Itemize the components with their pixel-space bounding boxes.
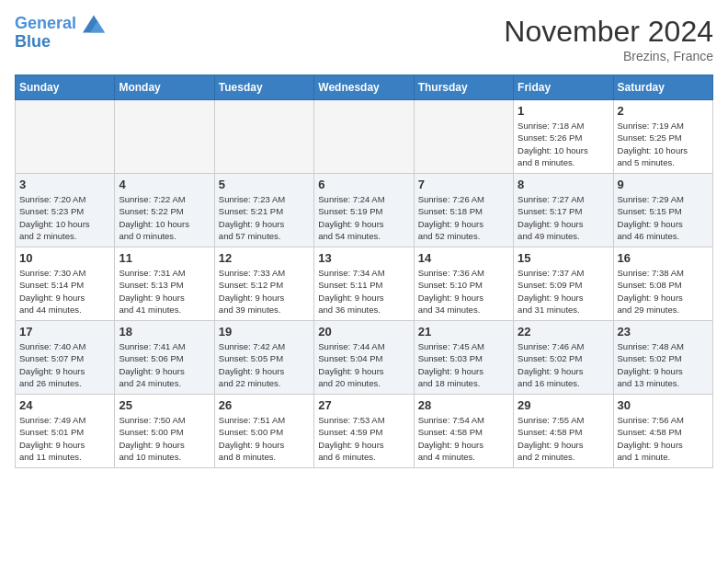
calendar-cell: 18Sunrise: 7:41 AM Sunset: 5:06 PM Dayli… — [115, 321, 214, 395]
day-number: 11 — [119, 251, 210, 265]
day-number: 12 — [219, 251, 310, 265]
day-number: 7 — [418, 178, 509, 191]
weekday-header-thursday: Thursday — [414, 75, 513, 100]
calendar-week-3: 10Sunrise: 7:30 AM Sunset: 5:14 PM Dayli… — [16, 247, 713, 321]
calendar-cell — [414, 100, 513, 174]
day-info: Sunrise: 7:54 AM Sunset: 4:58 PM Dayligh… — [418, 414, 509, 463]
day-number: 15 — [518, 251, 609, 265]
day-info: Sunrise: 7:24 AM Sunset: 5:19 PM Dayligh… — [318, 193, 409, 242]
day-info: Sunrise: 7:29 AM Sunset: 5:15 PM Dayligh… — [618, 193, 709, 242]
day-info: Sunrise: 7:48 AM Sunset: 5:02 PM Dayligh… — [618, 340, 709, 389]
calendar-cell: 4Sunrise: 7:22 AM Sunset: 5:22 PM Daylig… — [115, 174, 214, 247]
day-number: 6 — [318, 178, 409, 191]
calendar-cell: 21Sunrise: 7:45 AM Sunset: 5:03 PM Dayli… — [414, 321, 513, 395]
day-number: 30 — [618, 398, 709, 412]
day-info: Sunrise: 7:51 AM Sunset: 5:00 PM Dayligh… — [219, 414, 310, 463]
day-number: 17 — [19, 325, 110, 339]
calendar-cell: 23Sunrise: 7:48 AM Sunset: 5:02 PM Dayli… — [613, 321, 712, 395]
calendar-cell: 10Sunrise: 7:30 AM Sunset: 5:14 PM Dayli… — [16, 247, 115, 321]
day-number: 4 — [119, 178, 210, 191]
calendar-cell: 20Sunrise: 7:44 AM Sunset: 5:04 PM Dayli… — [314, 321, 414, 395]
calendar-cell: 13Sunrise: 7:34 AM Sunset: 5:11 PM Dayli… — [314, 247, 414, 321]
day-info: Sunrise: 7:19 AM Sunset: 5:25 PM Dayligh… — [618, 120, 709, 168]
calendar-cell: 16Sunrise: 7:38 AM Sunset: 5:08 PM Dayli… — [613, 247, 712, 321]
calendar-cell: 15Sunrise: 7:37 AM Sunset: 5:09 PM Dayli… — [514, 247, 613, 321]
calendar-cell: 9Sunrise: 7:29 AM Sunset: 5:15 PM Daylig… — [613, 174, 712, 247]
calendar-cell: 11Sunrise: 7:31 AM Sunset: 5:13 PM Dayli… — [115, 247, 214, 321]
calendar-cell: 3Sunrise: 7:20 AM Sunset: 5:23 PM Daylig… — [16, 174, 115, 247]
day-info: Sunrise: 7:30 AM Sunset: 5:14 PM Dayligh… — [19, 267, 110, 316]
day-number: 1 — [518, 104, 609, 118]
calendar-cell: 28Sunrise: 7:54 AM Sunset: 4:58 PM Dayli… — [414, 395, 513, 468]
calendar-table: SundayMondayTuesdayWednesdayThursdayFrid… — [15, 75, 713, 468]
calendar-cell: 1Sunrise: 7:18 AM Sunset: 5:26 PM Daylig… — [514, 100, 613, 174]
day-info: Sunrise: 7:38 AM Sunset: 5:08 PM Dayligh… — [618, 267, 709, 316]
day-number: 29 — [518, 398, 609, 412]
logo-text: General — [15, 15, 105, 33]
calendar-cell — [115, 100, 214, 174]
location: Brezins, France — [504, 49, 713, 63]
day-info: Sunrise: 7:53 AM Sunset: 4:59 PM Dayligh… — [318, 414, 409, 463]
calendar-cell: 29Sunrise: 7:55 AM Sunset: 4:58 PM Dayli… — [514, 395, 613, 468]
day-number: 16 — [618, 251, 709, 265]
day-info: Sunrise: 7:34 AM Sunset: 5:11 PM Dayligh… — [318, 267, 409, 316]
day-number: 25 — [119, 398, 210, 412]
title-area: November 2024 Brezins, France — [504, 15, 713, 63]
calendar-cell — [314, 100, 414, 174]
calendar-cell: 2Sunrise: 7:19 AM Sunset: 5:25 PM Daylig… — [613, 100, 712, 174]
day-info: Sunrise: 7:20 AM Sunset: 5:23 PM Dayligh… — [19, 193, 110, 242]
calendar-week-1: 1Sunrise: 7:18 AM Sunset: 5:26 PM Daylig… — [16, 100, 713, 174]
day-info: Sunrise: 7:41 AM Sunset: 5:06 PM Dayligh… — [119, 340, 210, 389]
day-number: 8 — [518, 178, 609, 191]
day-info: Sunrise: 7:49 AM Sunset: 5:01 PM Dayligh… — [19, 414, 110, 463]
logo-icon — [83, 15, 105, 33]
page-header: General Blue November 2024 Brezins, Fran… — [15, 15, 713, 63]
day-number: 9 — [618, 178, 709, 191]
calendar-cell: 30Sunrise: 7:56 AM Sunset: 4:58 PM Dayli… — [613, 395, 712, 468]
day-number: 2 — [618, 104, 709, 118]
day-number: 26 — [219, 398, 310, 412]
day-info: Sunrise: 7:55 AM Sunset: 4:58 PM Dayligh… — [518, 414, 609, 463]
calendar-cell: 5Sunrise: 7:23 AM Sunset: 5:21 PM Daylig… — [214, 174, 313, 247]
weekday-header-wednesday: Wednesday — [314, 75, 414, 100]
calendar-cell — [16, 100, 115, 174]
day-number: 20 — [318, 325, 409, 339]
day-number: 24 — [19, 398, 110, 412]
day-info: Sunrise: 7:26 AM Sunset: 5:18 PM Dayligh… — [418, 193, 509, 242]
day-number: 28 — [418, 398, 509, 412]
calendar-week-5: 24Sunrise: 7:49 AM Sunset: 5:01 PM Dayli… — [16, 395, 713, 468]
weekday-header-friday: Friday — [514, 75, 613, 100]
calendar-cell: 24Sunrise: 7:49 AM Sunset: 5:01 PM Dayli… — [16, 395, 115, 468]
day-info: Sunrise: 7:23 AM Sunset: 5:21 PM Dayligh… — [219, 193, 310, 242]
day-info: Sunrise: 7:27 AM Sunset: 5:17 PM Dayligh… — [518, 193, 609, 242]
weekday-header-monday: Monday — [115, 75, 214, 100]
day-number: 27 — [318, 398, 409, 412]
calendar-cell: 22Sunrise: 7:46 AM Sunset: 5:02 PM Dayli… — [514, 321, 613, 395]
day-info: Sunrise: 7:56 AM Sunset: 4:58 PM Dayligh… — [618, 414, 709, 463]
day-info: Sunrise: 7:45 AM Sunset: 5:03 PM Dayligh… — [418, 340, 509, 389]
calendar-week-2: 3Sunrise: 7:20 AM Sunset: 5:23 PM Daylig… — [16, 174, 713, 247]
day-info: Sunrise: 7:18 AM Sunset: 5:26 PM Dayligh… — [518, 120, 609, 168]
day-number: 14 — [418, 251, 509, 265]
month-title: November 2024 — [504, 15, 713, 49]
calendar-cell: 6Sunrise: 7:24 AM Sunset: 5:19 PM Daylig… — [314, 174, 414, 247]
day-info: Sunrise: 7:22 AM Sunset: 5:22 PM Dayligh… — [119, 193, 210, 242]
day-info: Sunrise: 7:42 AM Sunset: 5:05 PM Dayligh… — [219, 340, 310, 389]
day-number: 10 — [19, 251, 110, 265]
day-info: Sunrise: 7:33 AM Sunset: 5:12 PM Dayligh… — [219, 267, 310, 316]
day-info: Sunrise: 7:36 AM Sunset: 5:10 PM Dayligh… — [418, 267, 509, 316]
day-number: 13 — [318, 251, 409, 265]
weekday-header-saturday: Saturday — [613, 75, 712, 100]
logo-blue-text: Blue — [15, 33, 105, 52]
calendar-cell: 26Sunrise: 7:51 AM Sunset: 5:00 PM Dayli… — [214, 395, 313, 468]
day-info: Sunrise: 7:31 AM Sunset: 5:13 PM Dayligh… — [119, 267, 210, 316]
weekday-header-tuesday: Tuesday — [214, 75, 313, 100]
calendar-cell: 14Sunrise: 7:36 AM Sunset: 5:10 PM Dayli… — [414, 247, 513, 321]
weekday-header-sunday: Sunday — [16, 75, 115, 100]
day-number: 21 — [418, 325, 509, 339]
calendar-cell: 19Sunrise: 7:42 AM Sunset: 5:05 PM Dayli… — [214, 321, 313, 395]
day-info: Sunrise: 7:37 AM Sunset: 5:09 PM Dayligh… — [518, 267, 609, 316]
logo: General Blue — [15, 15, 105, 52]
day-info: Sunrise: 7:44 AM Sunset: 5:04 PM Dayligh… — [318, 340, 409, 389]
day-info: Sunrise: 7:46 AM Sunset: 5:02 PM Dayligh… — [518, 340, 609, 389]
